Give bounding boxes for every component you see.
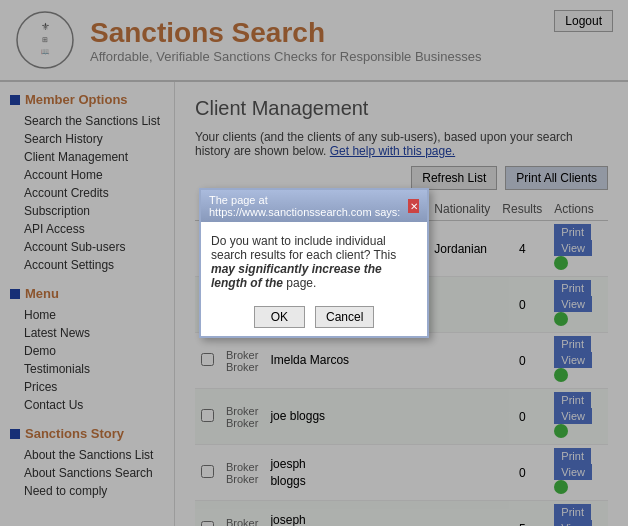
- modal-body: Do you want to include individual search…: [201, 222, 427, 298]
- modal-cancel-button[interactable]: Cancel: [315, 306, 374, 328]
- modal-footer: OK Cancel: [201, 298, 427, 336]
- modal-overlay: The page at https://www.sanctionssearch.…: [0, 0, 628, 526]
- modal-message-part1: Do you want to include individual search…: [211, 234, 396, 262]
- modal-titlebar: The page at https://www.sanctionssearch.…: [201, 190, 427, 222]
- modal-message-part2: page.: [283, 276, 316, 290]
- modal-title: The page at https://www.sanctionssearch.…: [209, 194, 408, 218]
- modal-dialog: The page at https://www.sanctionssearch.…: [199, 188, 429, 338]
- modal-ok-button[interactable]: OK: [254, 306, 305, 328]
- modal-close-button[interactable]: ✕: [408, 199, 419, 213]
